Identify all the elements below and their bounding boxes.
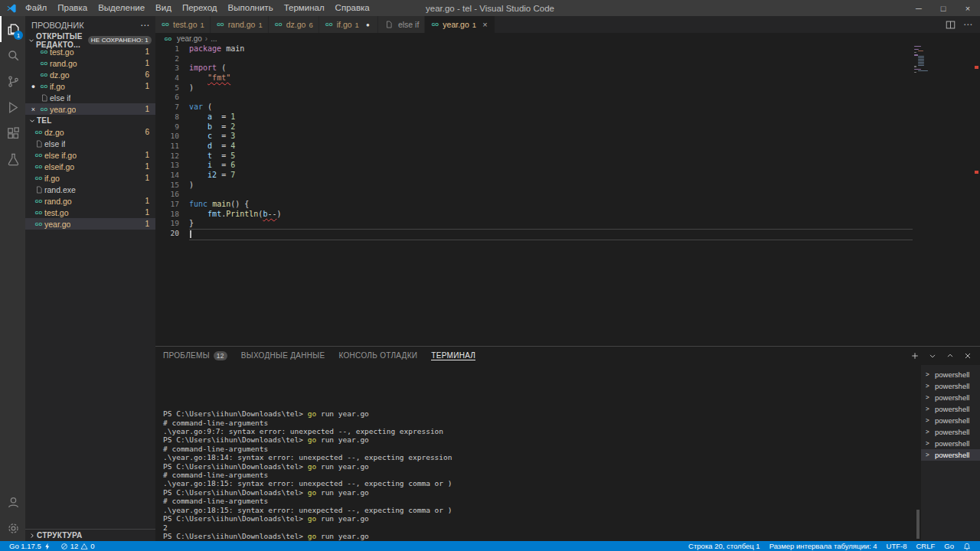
code-line[interactable]: t = 5	[189, 152, 913, 161]
code-line[interactable]: b = 2	[189, 122, 913, 132]
dirty-indicator[interactable]: ●	[28, 83, 38, 90]
status-item[interactable]: CRLF	[912, 541, 940, 551]
tab[interactable]: else if	[378, 16, 425, 33]
terminal-session-item[interactable]: >powershell	[921, 438, 980, 449]
file-item[interactable]: else if	[25, 92, 155, 103]
file-item[interactable]: ●GOif.go1	[25, 80, 155, 92]
code-line[interactable]: "fmt"	[189, 73, 913, 83]
terminal[interactable]: PS C:\Users\iihun\Downloads\tel> go run …	[155, 365, 921, 541]
code-line[interactable]: c = 3	[189, 132, 913, 142]
code-line[interactable]: i2 = 7	[189, 171, 913, 181]
tab[interactable]: GOtest.go1	[155, 16, 211, 33]
file-item[interactable]: GOdz.go6	[25, 126, 155, 138]
file-item[interactable]: rand.exe	[25, 184, 155, 195]
code-line[interactable]: func main() {	[189, 200, 913, 210]
status-item[interactable]: Go	[939, 541, 959, 551]
close-panel-icon[interactable]	[963, 351, 972, 360]
terminal-session-item[interactable]: >powershell	[921, 369, 980, 380]
folder-header[interactable]: TEL	[25, 115, 155, 126]
activity-testing[interactable]	[0, 146, 25, 172]
file-item[interactable]: GOdz.go6	[25, 69, 155, 80]
file-item[interactable]: GOif.go1	[25, 172, 155, 184]
status-item[interactable]: UTF-8	[882, 541, 912, 551]
activity-explorer[interactable]: 1	[0, 16, 25, 42]
code-line[interactable]	[189, 229, 913, 239]
terminal-session-item[interactable]: >powershell	[921, 392, 980, 403]
code-line[interactable]: package main	[189, 44, 913, 54]
panel-tab[interactable]: ПРОБЛЕМЫ12	[163, 351, 227, 361]
menu-item[interactable]: Выделение	[93, 0, 150, 16]
menu-item[interactable]: Правка	[52, 0, 93, 16]
code-line[interactable]: fmt.Println(b--)	[189, 210, 913, 220]
activity-settings[interactable]	[0, 515, 25, 541]
outline-header[interactable]: СТРУКТУРА	[25, 529, 155, 541]
notifications-bell[interactable]	[959, 541, 975, 551]
menu-item[interactable]: Выполнить	[223, 0, 279, 16]
close-icon[interactable]: ×	[481, 20, 489, 29]
code-token	[189, 161, 207, 169]
activity-account[interactable]	[0, 489, 25, 515]
file-item[interactable]: GOyear.go1	[25, 218, 155, 230]
split-editor-icon[interactable]	[946, 20, 956, 30]
terminal-scrollbar[interactable]	[916, 510, 920, 539]
minimap[interactable]	[913, 44, 980, 346]
file-item[interactable]: GOrand.go1	[25, 57, 155, 69]
code-line[interactable]: )	[189, 83, 913, 93]
terminal-session-item[interactable]: >powershell	[921, 449, 980, 461]
new-terminal-icon[interactable]	[910, 351, 920, 360]
file-item[interactable]: GOelseif.go1	[25, 161, 155, 172]
explorer-more-icon[interactable]: ⋯	[140, 20, 149, 31]
breadcrumb-file[interactable]: year.go	[177, 34, 202, 43]
tab[interactable]: GOif.go1●	[319, 16, 378, 33]
code-line[interactable]: i = 6	[189, 161, 913, 171]
menu-item[interactable]: Вид	[150, 0, 177, 16]
code-line[interactable]: a = 1	[189, 112, 913, 122]
status-item[interactable]: Строка 20, столбец 1	[684, 541, 765, 551]
activity-source-control[interactable]	[0, 68, 25, 94]
code-line[interactable]: }	[189, 219, 913, 229]
menu-item[interactable]: Справка	[330, 0, 375, 16]
terminal-session-item[interactable]: >powershell	[921, 380, 980, 392]
file-item[interactable]: GOelse if.go1	[25, 149, 155, 161]
code-editor[interactable]: 1234567891011121314151617181920 package …	[155, 44, 980, 346]
code-line[interactable]: import (	[189, 64, 913, 73]
code-line[interactable]: )	[189, 181, 913, 191]
breadcrumb-symbol[interactable]: ...	[211, 34, 217, 43]
file-item[interactable]: GOtest.go1	[25, 46, 155, 57]
code-line[interactable]: d = 4	[189, 142, 913, 152]
file-item[interactable]: GOtest.go1	[25, 207, 155, 218]
close-window-icon[interactable]: ×	[956, 0, 980, 16]
file-item[interactable]: GOrand.go1	[25, 195, 155, 207]
close-icon[interactable]: ×	[28, 106, 38, 113]
code-line[interactable]	[189, 93, 913, 103]
panel-tab[interactable]: ВЫХОДНЫЕ ДАННЫЕ	[241, 351, 325, 360]
tab[interactable]: GOdz.go6	[269, 16, 319, 33]
activity-run-debug[interactable]	[0, 94, 25, 120]
file-item[interactable]: ×GOyear.go1	[25, 103, 155, 115]
panel-tab[interactable]: КОНСОЛЬ ОТЛАДКИ	[338, 351, 417, 360]
file-item[interactable]: else if	[25, 138, 155, 149]
tab[interactable]: GOrand.go1	[211, 16, 269, 33]
panel-tab[interactable]: ТЕРМИНАЛ	[431, 351, 475, 360]
maximize-panel-icon[interactable]	[946, 351, 955, 360]
terminal-dropdown-icon[interactable]	[928, 351, 937, 360]
terminal-session-item[interactable]: >powershell	[921, 426, 980, 438]
code-line[interactable]	[189, 190, 913, 200]
terminal-session-item[interactable]: >powershell	[921, 415, 980, 426]
menu-item[interactable]: Переход	[177, 0, 223, 16]
tab[interactable]: GOyear.go1×	[425, 16, 495, 33]
open-editors-header[interactable]: ОТКРЫТЫЕ РЕДАКТО... НЕ СОХРАНЕНО: 1	[25, 34, 155, 46]
code-line[interactable]	[189, 54, 913, 64]
more-actions-icon[interactable]: ⋯	[963, 19, 972, 30]
problems-status[interactable]: 12 0	[56, 541, 100, 551]
menu-item[interactable]: Терминал	[279, 0, 330, 16]
minimize-icon[interactable]: ─	[906, 0, 931, 16]
go-version-status[interactable]: Go 1.17.5	[5, 541, 56, 551]
maximize-icon[interactable]: □	[931, 0, 956, 16]
terminal-session-item[interactable]: >powershell	[921, 403, 980, 415]
activity-extensions[interactable]	[0, 120, 25, 146]
code-line[interactable]: var (	[189, 103, 913, 112]
menu-item[interactable]: Файл	[20, 0, 52, 16]
status-item[interactable]: Размер интервала табуляции: 4	[765, 541, 882, 551]
activity-search[interactable]	[0, 42, 25, 68]
